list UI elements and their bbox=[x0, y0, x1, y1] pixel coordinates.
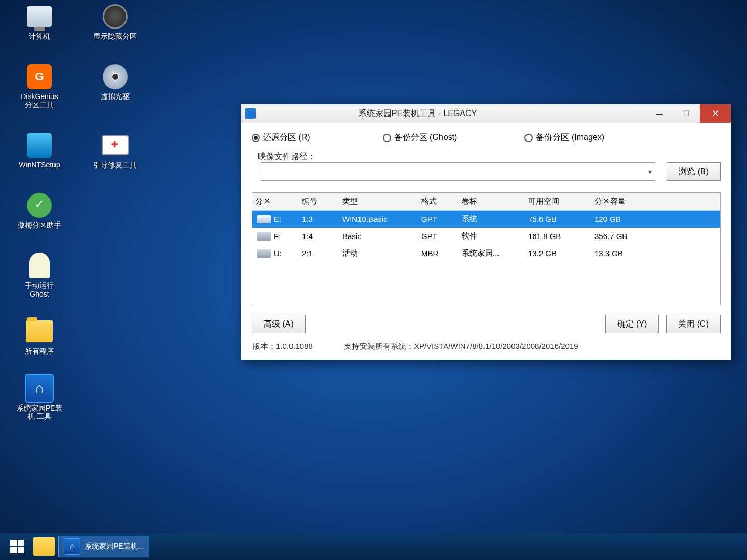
radio-icon bbox=[252, 134, 260, 142]
pe-tool-icon: ⌂ bbox=[64, 538, 80, 555]
desktop-icon-show-hidden[interactable]: 显示隐藏分区 bbox=[82, 2, 148, 40]
radio-icon bbox=[524, 134, 533, 142]
desktop-icon-boot-repair[interactable]: 引导修复工具 bbox=[82, 131, 148, 169]
version-label: 版本：1.0.0.1088 bbox=[253, 342, 313, 352]
desktop-icon-pe-tool[interactable]: ⌂ 系统家园PE装 机 工具 bbox=[6, 374, 73, 421]
desktop-icon-label: 手动运行 Ghost bbox=[25, 281, 54, 298]
desktop-icon-computer[interactable]: 计算机 bbox=[6, 2, 73, 40]
th-capacity: 分区容量 bbox=[591, 193, 720, 210]
button-label: 浏览 (B) bbox=[679, 166, 709, 177]
table-header: 分区 编号 类型 格式 卷标 可用空间 分区容量 bbox=[252, 193, 720, 211]
winnt-icon bbox=[27, 133, 52, 158]
desktop-icon-label: 系统家园PE装 机 工具 bbox=[17, 404, 63, 421]
minimize-button[interactable]: — bbox=[646, 104, 673, 123]
toolbox-icon bbox=[102, 135, 129, 155]
radio-icon bbox=[383, 134, 391, 142]
drive-icon bbox=[257, 232, 271, 241]
radio-label: 备份分区 (Imagex) bbox=[536, 132, 604, 143]
radio-label: 还原分区 (R) bbox=[263, 132, 310, 143]
table-row[interactable]: U:2:1活动MBR系统家园...13.2 GB13.3 GB bbox=[252, 245, 720, 262]
browse-button[interactable]: 浏览 (B) bbox=[667, 162, 721, 181]
th-partition: 分区 bbox=[252, 193, 299, 210]
support-label: 支持安装所有系统：XP/VISTA/WIN7/8/8.1/10/2003/200… bbox=[344, 342, 578, 352]
th-num: 编号 bbox=[299, 193, 339, 210]
pe-tool-window: 系统家园PE装机工具 - LEGACY — ☐ ✕ 还原分区 (R) 备份分区 … bbox=[241, 104, 731, 360]
image-path-label: 映像文件路径： bbox=[252, 151, 721, 162]
button-label: 确定 (Y) bbox=[617, 319, 647, 330]
diskgenius-icon: G bbox=[27, 64, 52, 89]
taskbar-app-pe-tool[interactable]: ⌂ 系统家园PE装机... bbox=[58, 536, 149, 557]
advanced-button[interactable]: 高级 (A) bbox=[252, 315, 306, 333]
computer-icon bbox=[27, 6, 52, 27]
gear-icon bbox=[103, 4, 128, 29]
drive-icon bbox=[257, 215, 271, 223]
desktop-icon-label: WinNTSetup bbox=[19, 161, 60, 169]
desktop-icon-label: 计算机 bbox=[29, 32, 50, 40]
desktop-icon-label: 所有程序 bbox=[25, 347, 54, 355]
desktop-icon-ghost[interactable]: 手动运行 Ghost bbox=[6, 251, 73, 298]
radio-label: 备份分区 (Ghost) bbox=[394, 132, 458, 143]
titlebar[interactable]: 系统家园PE装机工具 - LEGACY — ☐ ✕ bbox=[241, 104, 731, 123]
check-disk-icon bbox=[27, 193, 52, 218]
desktop-icon-diskgenius[interactable]: G DiskGenius 分区工具 bbox=[6, 62, 73, 109]
taskbar: ⌂ 系统家园PE装机... bbox=[0, 533, 747, 560]
app-icon bbox=[245, 108, 256, 119]
mode-radio-group: 还原分区 (R) 备份分区 (Ghost) 备份分区 (Imagex) bbox=[252, 132, 721, 143]
button-label: 关闭 (C) bbox=[678, 319, 709, 330]
desktop-icon-all-programs[interactable]: 所有程序 bbox=[6, 317, 73, 355]
image-path-combo[interactable]: ▾ bbox=[261, 162, 655, 181]
th-type: 类型 bbox=[339, 193, 418, 210]
ok-button[interactable]: 确定 (Y) bbox=[605, 315, 659, 333]
pe-tool-icon: ⌂ bbox=[25, 374, 54, 403]
radio-backup-ghost[interactable]: 备份分区 (Ghost) bbox=[383, 132, 458, 143]
table-body: E:1:3WIN10,BasicGPT系统75.6 GB120 GBF:1:4B… bbox=[252, 211, 720, 305]
radio-backup-imagex[interactable]: 备份分区 (Imagex) bbox=[524, 132, 604, 143]
taskbar-explorer-icon[interactable] bbox=[33, 537, 55, 556]
maximize-button[interactable]: ☐ bbox=[673, 104, 700, 123]
partition-table: 分区 编号 类型 格式 卷标 可用空间 分区容量 E:1:3WIN10,Basi… bbox=[252, 192, 721, 305]
close-window-button[interactable]: 关闭 (C) bbox=[666, 315, 721, 333]
button-label: 高级 (A) bbox=[264, 319, 294, 330]
table-row[interactable]: F:1:4BasicGPT软件161.8 GB356.7 GB bbox=[252, 228, 720, 245]
status-bar: 版本：1.0.0.1088 支持安装所有系统：XP/VISTA/WIN7/8/8… bbox=[252, 340, 721, 355]
desktop-icon-aomei[interactable]: 傲梅分区助手 bbox=[6, 191, 73, 229]
close-button[interactable]: ✕ bbox=[700, 104, 731, 123]
ghost-icon bbox=[29, 253, 50, 278]
table-row[interactable]: E:1:3WIN10,BasicGPT系统75.6 GB120 GB bbox=[252, 211, 720, 228]
desktop-icon-virtual-cd[interactable]: 虚拟光驱 bbox=[82, 62, 148, 109]
desktop-icon-label: 显示隐藏分区 bbox=[93, 32, 137, 40]
desktop-icon-label: DiskGenius 分区工具 bbox=[21, 92, 58, 109]
th-volume: 卷标 bbox=[459, 193, 525, 210]
th-format: 格式 bbox=[418, 193, 459, 210]
folder-icon bbox=[26, 320, 53, 342]
windows-icon bbox=[10, 540, 24, 553]
taskbar-app-label: 系统家园PE装机... bbox=[85, 542, 144, 551]
desktop-icon-label: 傲梅分区助手 bbox=[18, 221, 61, 229]
radio-restore[interactable]: 还原分区 (R) bbox=[252, 132, 310, 143]
chevron-down-icon: ▾ bbox=[648, 168, 652, 175]
window-title: 系统家园PE装机工具 - LEGACY bbox=[262, 108, 646, 119]
th-free: 可用空间 bbox=[525, 193, 591, 210]
start-button[interactable] bbox=[4, 536, 30, 557]
desktop-icon-label: 引导修复工具 bbox=[93, 161, 137, 169]
cd-icon bbox=[103, 64, 128, 89]
desktop-icon-label: 虚拟光驱 bbox=[101, 92, 130, 101]
drive-icon bbox=[257, 249, 271, 258]
desktop-icon-winntsetup[interactable]: WinNTSetup bbox=[6, 131, 73, 169]
